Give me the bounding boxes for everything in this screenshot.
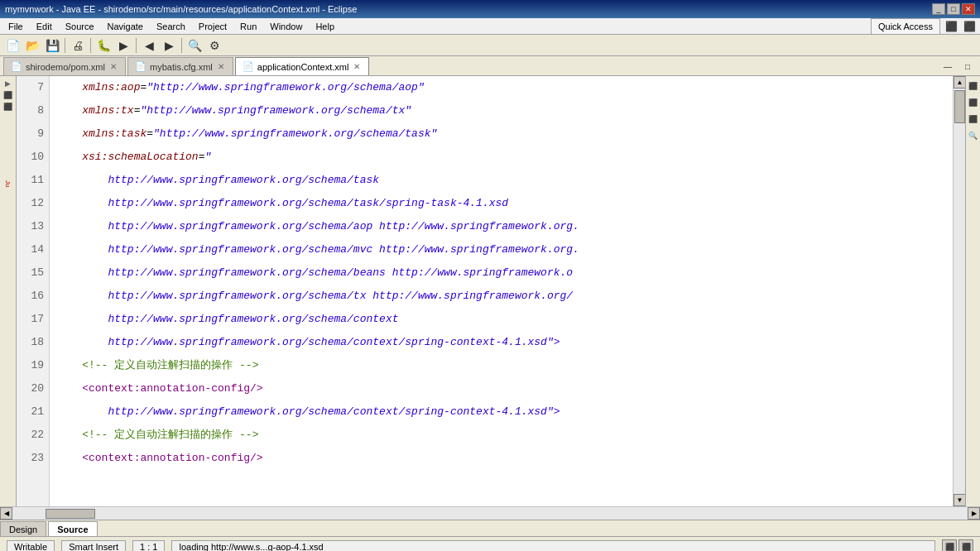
scroll-down-button[interactable]: ▼	[954, 494, 965, 506]
code-line-22: <!-- 定义自动注解扫描的操作 -->	[56, 424, 953, 447]
code-line-23: <context:annotation-config/>	[56, 447, 953, 470]
tab-pom[interactable]: 📄 shirodemo/pom.xml ✕	[3, 57, 126, 75]
close-button[interactable]: ✕	[962, 3, 975, 15]
print-button[interactable]: 🖨	[69, 36, 87, 55]
line-num-12: 12	[17, 192, 44, 215]
line-num-14: 14	[17, 238, 44, 261]
code-line-10: xsi:schemaLocation="	[56, 146, 953, 169]
gutter-icon-2: ⬛	[3, 91, 12, 99]
menu-source[interactable]: Source	[60, 21, 99, 32]
menu-project[interactable]: Project	[194, 21, 232, 32]
editor-container: 7 8 9 10 11 12 13 14 15 16 17 18 19 20 2…	[17, 76, 965, 506]
tab-pom-close[interactable]: ✕	[108, 62, 118, 71]
position-status: 1 : 1	[132, 540, 165, 552]
tab-design[interactable]: Design	[0, 521, 46, 536]
menu-search[interactable]: Search	[151, 21, 190, 32]
menu-file[interactable]: File	[3, 21, 28, 32]
gutter-icon-3: ⬛	[3, 103, 12, 111]
code-line-21: http://www.springframework.org/schema/co…	[56, 400, 953, 424]
code-line-16: http://www.springframework.org/schema/tx…	[56, 285, 953, 308]
horizontal-scrollbar[interactable]: ◀ ▶	[0, 506, 980, 520]
tab-appcontext-close[interactable]: ✕	[352, 62, 362, 71]
toolbar-icon-1[interactable]: ⬛	[944, 19, 958, 34]
maximize-button[interactable]: □	[947, 3, 960, 15]
menu-bar: File Edit Source Navigate Search Project…	[0, 18, 980, 35]
menu-navigate[interactable]: Navigate	[103, 21, 148, 32]
scroll-left-button[interactable]: ◀	[0, 507, 12, 520]
menu-run[interactable]: Run	[235, 21, 262, 32]
status-icon-1[interactable]: ⬛	[942, 539, 957, 552]
toolbar-sep-1	[65, 38, 65, 53]
tab-source[interactable]: Source	[48, 521, 97, 536]
window-title: mymvnwork - Java EE - shirodemo/src/main…	[5, 4, 357, 14]
code-line-12: http://www.springframework.org/schema/ta…	[56, 192, 953, 215]
tab-maximize-icon[interactable]: □	[958, 57, 977, 75]
line-num-10: 10	[17, 146, 44, 169]
gutter-icon-1: ▶	[5, 79, 11, 88]
tab-mybatis[interactable]: 📄 mybatis.cfg.xml ✕	[127, 57, 233, 75]
search-button[interactable]: 🔍	[185, 36, 204, 55]
new-button[interactable]: 📄	[3, 36, 22, 55]
code-line-7: xmlns:aop="http://www.springframework.or…	[56, 76, 953, 99]
vertical-scrollbar[interactable]: ▲ ▼	[953, 76, 965, 506]
tab-pom-icon: 📄	[11, 61, 22, 72]
tab-pom-label: shirodemo/pom.xml	[26, 62, 105, 72]
save-button[interactable]: 💾	[43, 36, 61, 55]
settings-button[interactable]: ⚙	[205, 36, 223, 55]
run-button[interactable]: ▶	[114, 36, 132, 55]
forward-button[interactable]: ▶	[160, 36, 178, 55]
open-button[interactable]: 📂	[23, 36, 41, 55]
tab-source-label: Source	[57, 525, 88, 534]
line-num-23: 23	[17, 447, 44, 470]
quick-access[interactable]: Quick Access	[871, 18, 940, 35]
toolbar-sep-2	[90, 38, 91, 53]
right-icon-4[interactable]: 🔍	[967, 129, 980, 142]
insert-status: Smart Insert	[61, 540, 126, 552]
code-line-15: http://www.springframework.org/schema/be…	[56, 261, 953, 285]
line-num-21: 21	[17, 400, 44, 424]
tab-appcontext-label: applicationContext.xml	[257, 62, 349, 72]
minimize-button[interactable]: _	[932, 3, 945, 15]
line-num-19: 19	[17, 354, 44, 377]
code-line-17: http://www.springframework.org/schema/co…	[56, 308, 953, 331]
tab-appcontext[interactable]: 📄 applicationContext.xml ✕	[235, 57, 370, 75]
toolbar-sep-3	[136, 38, 137, 53]
line-numbers: 7 8 9 10 11 12 13 14 15 16 17 18 19 20 2…	[17, 76, 50, 506]
line-num-8: 8	[17, 99, 44, 122]
code-line-13: http://www.springframework.org/schema/ao…	[56, 215, 953, 238]
title-bar: mymvnwork - Java EE - shirodemo/src/main…	[0, 0, 980, 18]
menu-help[interactable]: Help	[310, 21, 339, 32]
menu-edit[interactable]: Edit	[31, 21, 57, 32]
line-num-11: 11	[17, 169, 44, 192]
code-line-11: http://www.springframework.org/schema/ta…	[56, 169, 953, 192]
toolbar-sep-4	[181, 38, 182, 53]
menu-window[interactable]: Window	[265, 21, 307, 32]
line-num-15: 15	[17, 261, 44, 285]
toolbar-icon-2[interactable]: ⬛	[962, 19, 977, 34]
tab-appcontext-icon: 📄	[243, 61, 254, 72]
code-line-20: <context:annotation-config/>	[56, 377, 953, 400]
bottom-tabs: Design Source	[0, 520, 980, 536]
scroll-up-button[interactable]: ▲	[954, 76, 965, 89]
right-icon-3[interactable]: ⬛	[967, 113, 980, 126]
line-num-13: 13	[17, 215, 44, 238]
tab-mybatis-close[interactable]: ✕	[216, 62, 226, 71]
line-num-17: 17	[17, 308, 44, 331]
scroll-right-button[interactable]: ▶	[968, 507, 980, 520]
gutter-icon-5: u	[4, 184, 12, 187]
right-panel: ⬛ ⬛ ⬛ 🔍	[965, 76, 980, 506]
left-gutter: ▶ ⬛ ⬛ J u	[0, 76, 17, 506]
tab-minimize-icon[interactable]: —	[939, 57, 957, 75]
status-icon-2[interactable]: ⬛	[958, 539, 973, 552]
right-icon-1[interactable]: ⬛	[967, 79, 980, 93]
line-num-20: 20	[17, 377, 44, 400]
line-num-7: 7	[17, 76, 44, 99]
code-line-9: xmlns:task="http://www.springframework.o…	[56, 122, 953, 146]
debug-button[interactable]: 🐛	[94, 36, 113, 55]
right-icon-2[interactable]: ⬛	[967, 96, 980, 109]
back-button[interactable]: ◀	[140, 36, 158, 55]
scroll-thumb[interactable]	[954, 90, 965, 123]
code-area[interactable]: xmlns:aop="http://www.springframework.or…	[50, 76, 953, 506]
status-bar: Writable Smart Insert 1 : 1 loading http…	[0, 536, 980, 551]
hscroll-thumb[interactable]	[46, 509, 95, 519]
